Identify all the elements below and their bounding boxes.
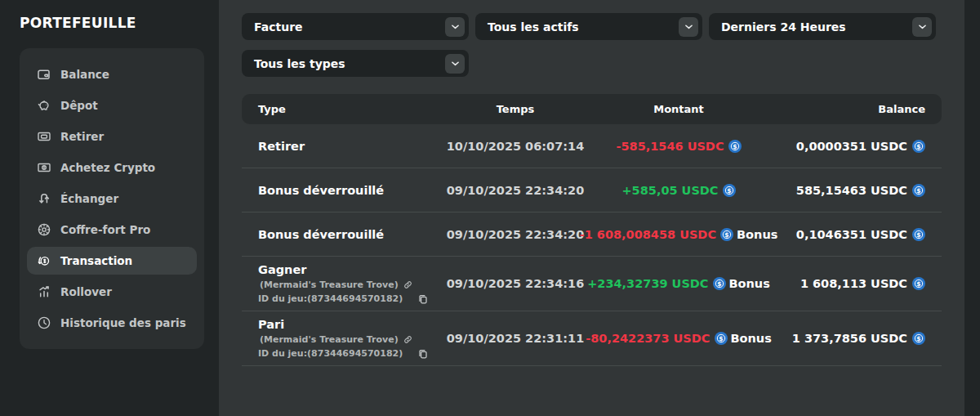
cell-time: 10/10/2025 06:07:14 xyxy=(434,140,597,153)
main-content: Facture Tous les actifs Derniers 24 Heur… xyxy=(219,0,964,416)
table-body: Retirer 10/10/2025 06:07:14 -585,1546 US… xyxy=(242,124,942,366)
amount-value: -585,1546 USDC xyxy=(616,140,724,153)
cell-time: 09/10/2025 22:34:16 xyxy=(434,277,597,290)
game-id: ID du jeu:(87344694570182) xyxy=(258,293,403,304)
column-header-montant: Montant xyxy=(597,103,760,115)
sidebar-item-historique-des-paris[interactable]: Historique des paris xyxy=(27,309,197,337)
filter-assets-select[interactable]: Tous les actifs xyxy=(475,13,702,40)
usdc-icon: $ xyxy=(912,332,925,345)
cell-balance: 1 608,113 USDC $ xyxy=(760,277,925,290)
usdc-icon: $ xyxy=(912,277,925,290)
transaction-type: Bonus déverrouillé xyxy=(258,228,434,241)
balance-value: 0,0000351 USDC xyxy=(796,140,907,153)
transactions-table: TypeTempsMontantBalance Retirer 10/10/20… xyxy=(242,94,942,366)
table-row: Pari (Mermaid's Treasure Trove) ID du je… xyxy=(242,311,942,366)
usdc-icon: $ xyxy=(715,332,728,345)
filters-bar: Facture Tous les actifs Derniers 24 Heur… xyxy=(242,13,942,77)
table-row: Bonus déverrouillé 09/10/2025 22:34:20 -… xyxy=(242,212,942,257)
withdraw-icon xyxy=(37,129,51,144)
table-row: Gagner (Mermaid's Treasure Trove) ID du … xyxy=(242,257,942,311)
usdc-icon: $ xyxy=(713,277,726,290)
filter-types-select[interactable]: Tous les types xyxy=(242,50,469,77)
svg-text:$: $ xyxy=(719,335,723,342)
game-id: ID du jeu:(87344694570182) xyxy=(258,348,403,359)
chevron-down-icon[interactable] xyxy=(445,17,465,37)
sidebar-item-coffre-fort-pro[interactable]: Coffre-fort Pro xyxy=(27,216,197,244)
cell-type: Pari (Mermaid's Treasure Trove) ID du je… xyxy=(258,318,434,359)
balance-value: 1 608,113 USDC xyxy=(800,277,907,290)
transaction-type: Retirer xyxy=(258,140,434,153)
chevron-down-icon[interactable] xyxy=(445,54,465,74)
column-header-temps: Temps xyxy=(434,103,597,115)
svg-text:$: $ xyxy=(916,186,920,194)
swap-icon xyxy=(37,191,51,206)
cell-amount: -1 608,008458 USDC $ Bonus xyxy=(597,228,760,241)
copy-icon[interactable] xyxy=(418,294,428,304)
balance-value: 1 373,7856 USDC xyxy=(792,332,907,345)
sidebar-item-balance[interactable]: Balance xyxy=(27,60,197,88)
svg-text:$: $ xyxy=(916,230,920,238)
cell-type: Bonus déverrouillé xyxy=(258,228,434,241)
chevron-down-icon[interactable] xyxy=(679,17,698,37)
column-header-balance: Balance xyxy=(760,103,925,115)
balance-value: 0,1046351 USDC xyxy=(796,228,907,241)
usdc-icon: $ xyxy=(912,184,925,197)
sidebar-item-depot[interactable]: Dêpot xyxy=(27,92,197,119)
svg-text:$: $ xyxy=(724,230,728,238)
sidebar-item-label: Transaction xyxy=(60,254,132,267)
cell-balance: 0,1046351 USDC $ xyxy=(760,228,925,241)
filter-selected-value: Tous les types xyxy=(254,57,345,70)
filter-invoice-select[interactable]: Facture xyxy=(242,13,469,40)
usdc-icon: $ xyxy=(720,228,733,241)
cell-amount: -80,2422373 USDC $ Bonus xyxy=(597,332,760,345)
chevron-down-icon[interactable] xyxy=(912,17,932,37)
cell-type: Gagner (Mermaid's Treasure Trove) ID du … xyxy=(258,263,434,304)
table-row: Retirer 10/10/2025 06:07:14 -585,1546 US… xyxy=(242,124,942,168)
game-name: (Mermaid's Treasure Trove) xyxy=(260,334,399,345)
sidebar-item-transaction[interactable]: Transaction xyxy=(27,247,197,275)
sidebar-item-label: Échanger xyxy=(60,192,118,205)
amount-value: +234,32739 USDC xyxy=(587,277,708,290)
buy-crypto-icon xyxy=(37,160,51,175)
sidebar-item-achetez-crypto[interactable]: Achetez Crypto xyxy=(27,154,197,181)
link-icon[interactable] xyxy=(403,335,412,344)
cell-amount: -585,1546 USDC $ xyxy=(597,140,760,153)
link-icon[interactable] xyxy=(403,280,412,289)
usdc-icon: $ xyxy=(728,140,742,153)
copy-icon[interactable] xyxy=(418,349,428,359)
svg-text:$: $ xyxy=(916,142,920,150)
history-icon xyxy=(37,315,51,330)
svg-text:$: $ xyxy=(916,280,920,288)
cell-time: 09/10/2025 22:34:20 xyxy=(434,228,597,241)
column-header-type: Type xyxy=(258,103,434,115)
cell-balance: 0,0000351 USDC $ xyxy=(760,140,925,153)
svg-text:$: $ xyxy=(727,186,731,194)
cell-amount: +234,32739 USDC $ Bonus xyxy=(597,277,760,290)
usdc-icon: $ xyxy=(912,228,925,241)
sidebar-item-rollover[interactable]: Rollover xyxy=(27,278,197,306)
transaction-icon xyxy=(37,253,51,268)
filter-period-select[interactable]: Derniers 24 Heures xyxy=(709,13,936,40)
sidebar-item-label: Dêpot xyxy=(60,99,98,112)
sidebar-item-label: Coffre-fort Pro xyxy=(60,223,150,236)
sidebar-item-label: Rollover xyxy=(60,285,112,298)
page-title: PORTEFEUILLE xyxy=(20,15,219,31)
sidebar-item-retirer[interactable]: Retirer xyxy=(27,123,197,150)
cell-balance: 1 373,7856 USDC $ xyxy=(760,332,925,345)
amount-value: +585,05 USDC xyxy=(621,184,718,197)
piggy-bank-icon xyxy=(37,98,51,113)
sidebar-menu: Balance Dêpot Retirer Achetez Crypto Éch… xyxy=(20,48,204,349)
cell-time: 09/10/2025 22:31:11 xyxy=(434,332,597,345)
cell-type: Bonus déverrouillé xyxy=(258,184,434,197)
transaction-type: Bonus déverrouillé xyxy=(258,184,434,197)
sidebar-item-echanger[interactable]: Échanger xyxy=(27,185,197,212)
svg-text:$: $ xyxy=(733,142,737,150)
usdc-icon: $ xyxy=(723,184,736,197)
svg-text:$: $ xyxy=(916,335,920,342)
sidebar-item-label: Retirer xyxy=(60,130,104,143)
svg-text:$: $ xyxy=(717,280,721,288)
game-name: (Mermaid's Treasure Trove) xyxy=(260,280,399,290)
sidebar-item-label: Achetez Crypto xyxy=(60,161,155,174)
vault-icon xyxy=(37,222,51,237)
rollover-icon xyxy=(37,284,51,299)
